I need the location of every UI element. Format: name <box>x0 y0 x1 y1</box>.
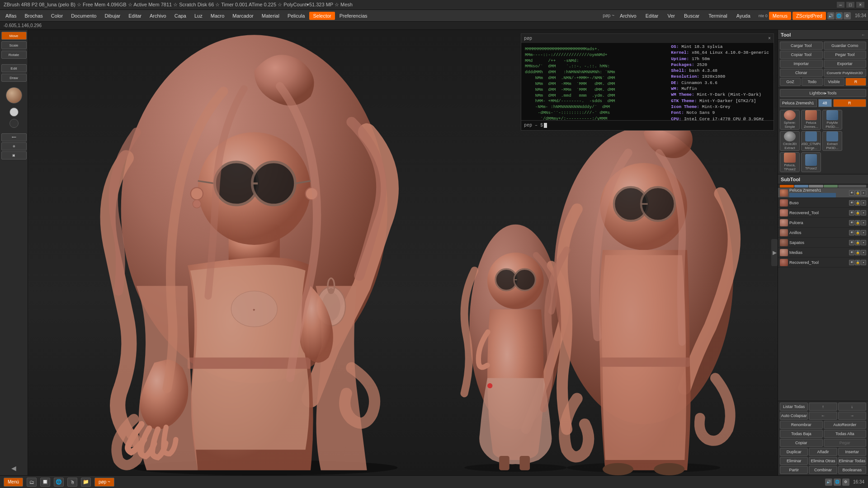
convert-btn[interactable]: Convertir PolyMesh3D <box>824 69 867 77</box>
subtool-medias[interactable]: Medias 👁 🔒 • <box>778 248 868 258</box>
duplicate-btn[interactable]: Duplicar <box>780 448 808 456</box>
material-sphere[interactable] <box>6 87 22 103</box>
subtool-vis-anillos[interactable]: 👁 <box>849 230 854 235</box>
all-btn[interactable]: Todo <box>802 78 822 86</box>
subtool-vis-medias[interactable]: 👁 <box>849 250 854 255</box>
load-tool-btn[interactable]: Cargar Tool <box>780 42 823 50</box>
taskbar-pop-btn[interactable]: pøp ~ <box>94 478 114 487</box>
copy-btn[interactable]: Copiar <box>780 439 823 447</box>
menu-dibujar[interactable]: Dibujar <box>101 12 124 20</box>
subtool-vis-peluca1[interactable]: 👁 <box>849 190 854 196</box>
subtool-lock-anillos[interactable]: 🔒 <box>855 230 860 235</box>
foreground-color[interactable] <box>9 108 19 117</box>
subtool-recovered2[interactable]: Recovered_Tool 👁 🔒 • <box>778 258 868 267</box>
subtool-anillos[interactable]: Anillos 👁 🔒 • <box>778 228 868 238</box>
viewport[interactable]: pøp × MMMMMMMMMMMMMMMMMMMMMMMMads+. MMm-… <box>28 30 778 475</box>
menu-alfas[interactable]: Alfas <box>2 12 20 20</box>
subtool-lock-peluca1[interactable]: 🔒 <box>855 190 860 196</box>
subtool-dot-peluca1[interactable]: • <box>861 190 866 196</box>
copy-tool-btn[interactable]: Copiar Tool <box>780 51 823 59</box>
subtool-vis-pulcera[interactable]: 👁 <box>849 220 854 225</box>
tool-icon-pm3d[interactable]: PM3D_CTMPolyMerge... <box>801 131 821 151</box>
subtool-slider-peluca1[interactable] <box>789 193 836 197</box>
tool-size-r[interactable]: R <box>833 99 867 107</box>
tool-icon-peluca[interactable]: Peluca Zremes... <box>801 110 821 130</box>
menu-archivo[interactable]: Archivo <box>146 12 170 20</box>
sidebar-draw-btn[interactable]: Draw <box>1 74 27 82</box>
menu-ver[interactable]: Ver <box>664 12 679 20</box>
menu-button[interactable]: Menú <box>4 478 23 487</box>
menu-brochas[interactable]: Brochas <box>21 12 46 20</box>
taskbar-mouse-btn[interactable]: 🖱 <box>67 478 77 487</box>
subtool-dot-sapatos[interactable]: • <box>861 240 866 245</box>
subtool-dot-medias[interactable]: • <box>861 250 866 255</box>
menu-editar2[interactable]: Editar <box>642 12 662 20</box>
subtool-lock-medias[interactable]: 🔒 <box>855 250 860 255</box>
left-btn[interactable]: ← <box>809 412 837 420</box>
subtool-dot-recovered1[interactable]: • <box>861 210 866 216</box>
delete-others-btn[interactable]: Elimina Otras <box>809 457 837 465</box>
sidebar-edit-btn[interactable]: Edit <box>1 64 27 72</box>
tray-network[interactable]: 🌐 <box>834 479 841 486</box>
taskbar-globe-btn[interactable]: 🌐 <box>54 478 64 487</box>
insert-btn[interactable]: Insertar <box>838 448 866 456</box>
minimize-button[interactable]: – <box>837 2 845 8</box>
sidebar-move-btn[interactable]: Move <box>1 32 27 40</box>
subtool-lock-recovered1[interactable]: 🔒 <box>855 210 860 216</box>
close-button[interactable]: × <box>856 2 864 8</box>
up-btn[interactable]: ↑ <box>809 403 837 411</box>
panel-close[interactable]: ← <box>861 33 865 37</box>
tool-size-slider[interactable]: 48 <box>818 99 832 107</box>
subtool-vis-recovered2[interactable]: 👁 <box>849 260 854 265</box>
export-btn[interactable]: Exportar <box>824 60 867 68</box>
boolean-btn[interactable]: Booleanas <box>838 466 866 474</box>
subtool-recovered1[interactable]: Recovered_Tool 👁 🔒 • <box>778 208 868 218</box>
menu-archivo2[interactable]: Archivo <box>616 12 640 20</box>
delete-btn[interactable]: Eliminar <box>780 457 808 465</box>
zscript-button[interactable]: ZScriptPred <box>793 12 826 20</box>
scroll-indicator[interactable]: ▶ <box>771 239 778 266</box>
tool-icon-polymesh[interactable]: PolyMe PM3D-... <box>822 110 842 130</box>
tray-icon-2[interactable]: 🌐 <box>835 12 843 19</box>
subtool-vis-sapatos[interactable]: 👁 <box>849 240 854 245</box>
tray-icon-1[interactable]: 🔊 <box>827 12 835 19</box>
subtool-sapatos[interactable]: Sapatos 👁 🔒 • <box>778 238 868 248</box>
delete-all-btn[interactable]: Eliminar Todas <box>838 457 866 465</box>
subtool-dot-pulcera[interactable]: • <box>861 220 866 225</box>
subtool-lock-recovered2[interactable]: 🔒 <box>855 260 860 265</box>
todas-alta-btn[interactable]: Todas Alta <box>824 430 867 438</box>
subtool-buso[interactable]: Buso 👁 🔒 • <box>778 198 868 208</box>
subtool-lock-buso[interactable]: 🔒 <box>855 200 860 206</box>
menu-pelicula[interactable]: Pelicula <box>284 12 309 20</box>
terminal-window[interactable]: pøp × MMMMMMMMMMMMMMMMMMMMMMMMads+. MMm-… <box>521 33 774 131</box>
nav-pan-btn[interactable]: ⟵ <box>1 133 27 141</box>
subtool-dot-recovered2[interactable]: • <box>861 260 866 265</box>
menu-macro[interactable]: Macro <box>207 12 228 20</box>
menus-button[interactable]: Menus <box>769 12 791 20</box>
menu-terminal[interactable]: Terminal <box>705 12 731 20</box>
auto-collapse-btn[interactable]: Auto Colapsar <box>780 412 808 420</box>
menu-preferencias[interactable]: Preferencias <box>336 12 371 20</box>
subtool-vis-buso[interactable]: 👁 <box>849 200 854 206</box>
subtool-pulcera[interactable]: Pulcera 👁 🔒 • <box>778 218 868 228</box>
menu-color[interactable]: Color <box>47 12 66 20</box>
split-btn[interactable]: Partir <box>780 466 808 474</box>
subtool-peluca1[interactable]: Peluca Zremesh1 👁 🔒 • <box>778 188 868 198</box>
tool-icon-peluca2[interactable]: Peluca,TPose2 <box>780 152 800 172</box>
tool-icon-circle[interactable]: CircleJEtExtract <box>780 131 800 151</box>
right-btn[interactable]: → <box>838 412 866 420</box>
subtool-lock-pulcera[interactable]: 🔒 <box>855 220 860 225</box>
sidebar-rotate-btn[interactable]: Rotate <box>1 51 27 59</box>
menu-buscar[interactable]: Buscar <box>680 12 703 20</box>
maximize-button[interactable]: □ <box>846 2 854 8</box>
taskbar-files-btn[interactable]: 🗂 <box>27 478 37 487</box>
tray-settings[interactable]: ⚙ <box>842 479 849 486</box>
collapse-arrow-left[interactable]: ◀ <box>11 465 16 472</box>
nav-frame-btn[interactable]: ▣ <box>1 151 27 160</box>
menu-ayuda[interactable]: Ayuda <box>733 12 754 20</box>
tool-icon-sphere[interactable]: Sphere:Simple <box>780 110 800 130</box>
taskbar-grid-btn[interactable]: 🔲 <box>40 478 50 487</box>
subtool-dot-buso[interactable]: • <box>861 200 866 206</box>
rename-btn[interactable]: Renombrar <box>780 421 823 429</box>
add-btn[interactable]: Añadir <box>809 448 837 456</box>
